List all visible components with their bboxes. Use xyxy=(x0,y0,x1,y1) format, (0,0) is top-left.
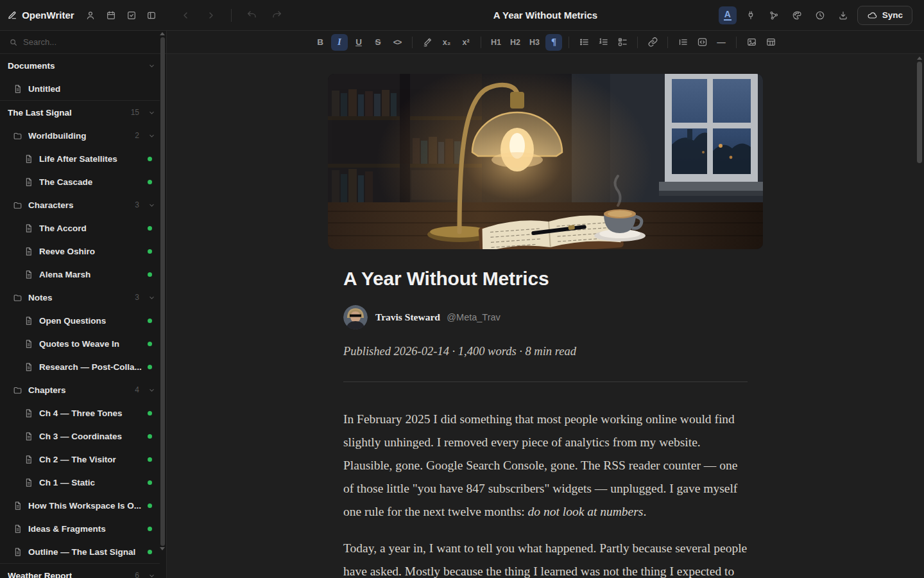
sync-button[interactable]: Sync xyxy=(857,6,912,25)
bold-button[interactable]: B xyxy=(312,34,329,51)
forward-icon[interactable] xyxy=(201,6,221,25)
sidebar-item-outline-the-last-signal[interactable]: Outline — The Last Signal xyxy=(0,540,160,563)
folder-icon xyxy=(13,385,22,395)
horizontal-rule-button[interactable]: — xyxy=(713,34,730,51)
scroll-up-arrow[interactable] xyxy=(917,57,922,60)
heading2-button[interactable]: H2 xyxy=(507,34,524,51)
sidebar-item-untitled[interactable]: Untitled xyxy=(0,77,160,100)
undo-icon[interactable] xyxy=(242,6,261,25)
status-dot xyxy=(148,480,152,485)
paragraph-button[interactable]: ¶ xyxy=(545,34,562,51)
status-dot xyxy=(148,411,152,416)
code-block-button[interactable] xyxy=(694,34,710,51)
sidebar-scrollbar[interactable] xyxy=(159,32,166,555)
main-scrollbar[interactable] xyxy=(916,57,923,575)
file-icon xyxy=(24,154,33,164)
heading1-button[interactable]: H1 xyxy=(488,34,504,51)
folder-icon xyxy=(13,131,22,141)
toolbar-separator xyxy=(736,37,737,48)
paragraph-1[interactable]: In February 2025 I did something that mo… xyxy=(343,408,748,523)
download-icon[interactable] xyxy=(834,6,852,24)
chevron-down-icon[interactable] xyxy=(148,109,156,117)
search-input[interactable] xyxy=(23,37,157,47)
scrollbar-thumb[interactable] xyxy=(160,37,165,546)
highlight-button[interactable] xyxy=(419,34,436,51)
sidebar-item-ch3-coordinates[interactable]: Ch 3 — Coordinates xyxy=(0,425,160,448)
sidebar-item-ch4-three-tones[interactable]: Ch 4 — Three Tones xyxy=(0,401,160,425)
chevron-down-icon[interactable] xyxy=(148,132,156,140)
sidebar-item-quotes-to-weave-in[interactable]: Quotes to Weave In xyxy=(0,332,160,355)
status-dot xyxy=(148,319,152,323)
sidebar-folder-notes[interactable]: Notes 3 xyxy=(0,286,160,309)
subscript-button[interactable]: x₂ xyxy=(438,34,455,51)
paragraph-1-text: In February 2025 I did something that mo… xyxy=(343,412,737,518)
scroll-down-arrow[interactable] xyxy=(160,547,165,550)
author-handle[interactable]: @Meta_Trav xyxy=(447,312,500,322)
italic-button[interactable]: I xyxy=(331,34,348,51)
strikethrough-button[interactable]: S xyxy=(370,34,386,51)
sidebar-folder-worldbuilding[interactable]: Worldbuilding 2 xyxy=(0,124,160,147)
plug-icon[interactable] xyxy=(742,6,760,24)
sidebar-section-documents[interactable]: Documents xyxy=(0,54,160,77)
back-icon[interactable] xyxy=(176,6,195,25)
palette-icon[interactable] xyxy=(788,6,806,24)
status-dot xyxy=(148,272,152,277)
inline-code-button[interactable]: <> xyxy=(389,34,406,51)
history-icon[interactable] xyxy=(811,6,829,24)
format-toolbar: B I U S <> x₂ x² H1 H2 H3 ¶ xyxy=(167,31,924,54)
sidebar-item-life-after-satellites[interactable]: Life After Satellites xyxy=(0,147,160,170)
graph-icon[interactable] xyxy=(765,6,783,24)
status-dot xyxy=(148,226,152,231)
user-icon[interactable] xyxy=(83,6,99,25)
author-name[interactable]: Travis Steward xyxy=(375,311,440,322)
chevron-down-icon[interactable] xyxy=(148,293,156,302)
status-dot xyxy=(148,365,152,369)
superscript-button[interactable]: x² xyxy=(458,34,474,51)
sidebar-folder-chapters[interactable]: Chapters 4 xyxy=(0,378,160,401)
task-list-button[interactable] xyxy=(614,34,631,51)
sidebar-item-how-this-workspace[interactable]: How This Workspace Is O... xyxy=(0,494,160,517)
main-area: B I U S <> x₂ x² H1 H2 H3 ¶ xyxy=(167,31,924,578)
chevron-down-icon[interactable] xyxy=(148,572,156,578)
article-meta: Published 2026-02-14 · 1,400 words · 8 m… xyxy=(343,345,748,358)
editor-content[interactable]: A Year Without Metrics xyxy=(167,54,924,578)
scroll-up-arrow[interactable] xyxy=(160,32,165,35)
calendar-icon[interactable] xyxy=(103,6,119,25)
heading3-button[interactable]: H3 xyxy=(526,34,543,51)
sidebar-item-open-questions[interactable]: Open Questions xyxy=(0,309,160,332)
sidebar-item-reeve-oshiro[interactable]: Reeve Oshiro xyxy=(0,240,160,263)
sidebar-section-the-last-signal[interactable]: The Last Signal 15 xyxy=(0,101,160,124)
panel-icon[interactable] xyxy=(144,6,159,25)
toolbar-separator xyxy=(667,37,668,48)
link-button[interactable] xyxy=(644,34,661,51)
blockquote-button[interactable] xyxy=(674,34,691,51)
sidebar-item-the-cascade[interactable]: The Cascade xyxy=(0,170,160,193)
sidebar: Documents Untitled The Last Signal 15 Wo… xyxy=(0,31,167,578)
chevron-down-icon[interactable] xyxy=(148,62,156,70)
sidebar-item-research-post-collapse[interactable]: Research — Post-Colla... xyxy=(0,355,160,378)
toolbar-separator xyxy=(637,37,638,48)
chevron-down-icon[interactable] xyxy=(148,386,156,394)
insert-image-button[interactable] xyxy=(743,34,760,51)
sidebar-item-alena-marsh[interactable]: Alena Marsh xyxy=(0,263,160,286)
paragraph-2[interactable]: Today, a year in, I want to tell you wha… xyxy=(343,537,748,578)
sidebar-item-ideas-fragments[interactable]: Ideas & Fragments xyxy=(0,517,160,540)
status-dot xyxy=(148,180,152,184)
insert-table-button[interactable] xyxy=(762,34,779,51)
bullet-list-button[interactable] xyxy=(576,34,592,51)
text-style-icon[interactable]: A xyxy=(719,6,737,24)
tasks-icon[interactable] xyxy=(124,6,139,25)
sidebar-folder-characters[interactable]: Characters 3 xyxy=(0,193,160,216)
sidebar-item-the-accord[interactable]: The Accord xyxy=(0,216,160,240)
underline-button[interactable]: U xyxy=(350,34,367,51)
file-icon xyxy=(24,247,33,256)
file-icon xyxy=(24,478,33,487)
redo-icon[interactable] xyxy=(268,6,287,25)
folder-icon xyxy=(13,200,22,210)
sidebar-item-ch1-static[interactable]: Ch 1 — Static xyxy=(0,471,160,494)
scrollbar-thumb[interactable] xyxy=(917,62,922,163)
chevron-down-icon[interactable] xyxy=(148,201,156,209)
sidebar-section-weather-report[interactable]: Weather Report 6 xyxy=(0,564,160,578)
sidebar-item-ch2-the-visitor[interactable]: Ch 2 — The Visitor xyxy=(0,448,160,471)
ordered-list-button[interactable] xyxy=(595,34,612,51)
